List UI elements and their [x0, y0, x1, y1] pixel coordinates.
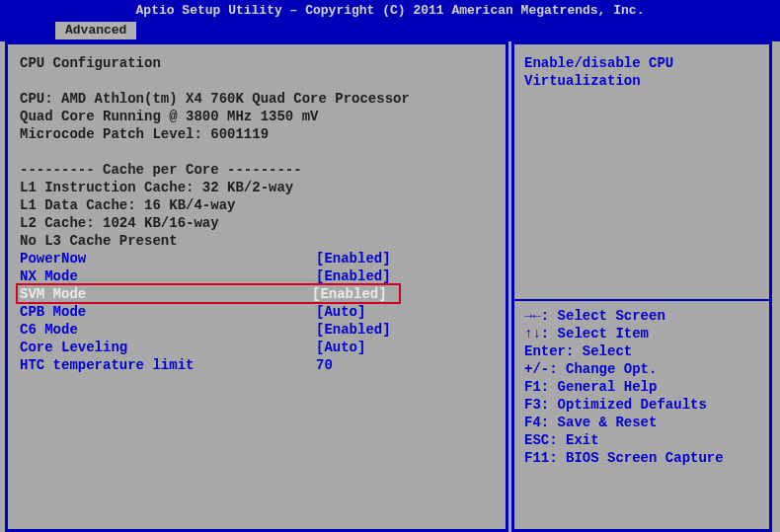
tab-bar: Advanced [0, 22, 780, 41]
option-label: Core Leveling [20, 339, 316, 356]
help-text: Virtualization [524, 72, 761, 90]
section-header: CPU Configuration [20, 54, 498, 72]
key-hint: +/-: Change Opt. [524, 360, 761, 378]
title-bar: Aptio Setup Utility – Copyright (C) 2011… [0, 0, 780, 22]
option-label: C6 Mode [20, 321, 316, 339]
divider [514, 299, 771, 301]
option-label: CPB Mode [20, 303, 316, 321]
option-svm-mode[interactable]: SVM Mode [Enabled] [20, 285, 498, 303]
option-label: NX Mode [20, 267, 316, 285]
cpu-info-line: CPU: AMD Athlon(tm) X4 760K Quad Core Pr… [20, 90, 498, 108]
cpu-info-line: Quad Core Running @ 3800 MHz 1350 mV [20, 108, 498, 125]
option-label: HTC temperature limit [20, 356, 316, 374]
option-value: [Auto] [316, 339, 365, 356]
key-hint: ESC: Exit [524, 431, 761, 449]
key-hint: F4: Save & Reset [524, 414, 761, 431]
cpu-info-line: Microcode Patch Level: 6001119 [20, 125, 498, 143]
option-cpb-mode[interactable]: CPB Mode [Auto] [20, 303, 498, 321]
cache-line: L2 Cache: 1024 KB/16-way [20, 214, 498, 232]
option-powernow[interactable]: PowerNow [Enabled] [20, 250, 498, 267]
option-label: PowerNow [20, 250, 316, 267]
option-value: [Enabled] [312, 285, 387, 303]
option-c6-mode[interactable]: C6 Mode [Enabled] [20, 321, 498, 339]
option-htc-limit[interactable]: HTC temperature limit 70 [20, 356, 498, 374]
cache-header: --------- Cache per Core --------- [20, 161, 498, 179]
option-value: [Enabled] [316, 250, 391, 267]
right-panel: Enable/disable CPU Virtualization →←: Se… [511, 41, 772, 532]
option-nx-mode[interactable]: NX Mode [Enabled] [20, 267, 498, 285]
cache-line: L1 Data Cache: 16 KB/4-way [20, 196, 498, 214]
option-label: SVM Mode [20, 285, 312, 303]
key-hint: F3: Optimized Defaults [524, 396, 761, 414]
cache-line: No L3 Cache Present [20, 232, 498, 250]
left-panel: CPU Configuration CPU: AMD Athlon(tm) X4… [5, 41, 508, 532]
tab-advanced[interactable]: Advanced [55, 22, 136, 39]
key-hint: Enter: Select [524, 342, 761, 360]
key-hint: ↑↓: Select Item [524, 325, 761, 342]
help-text: Enable/disable CPU [524, 54, 761, 72]
key-hint: F11: BIOS Screen Capture [524, 449, 761, 467]
key-hint: →←: Select Screen [524, 307, 761, 325]
main-area: CPU Configuration CPU: AMD Athlon(tm) X4… [0, 41, 780, 532]
option-value: 70 [316, 356, 333, 374]
cache-line: L1 Instruction Cache: 32 KB/2-way [20, 179, 498, 196]
option-value: [Enabled] [316, 321, 391, 339]
key-hint: F1: General Help [524, 378, 761, 396]
option-core-leveling[interactable]: Core Leveling [Auto] [20, 339, 498, 356]
option-value: [Enabled] [316, 267, 391, 285]
option-value: [Auto] [316, 303, 365, 321]
